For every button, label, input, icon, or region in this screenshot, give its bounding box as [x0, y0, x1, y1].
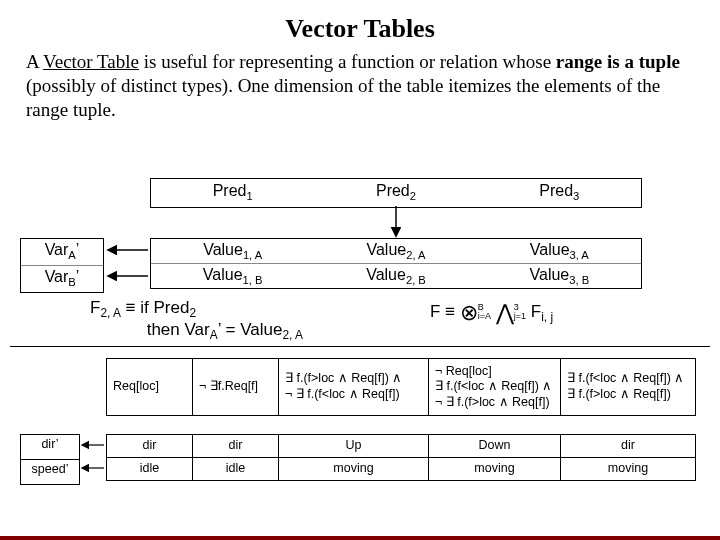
ex-val-row-2: idle idle moving moving moving — [107, 457, 695, 480]
ex-val-r1c1: dir — [107, 435, 193, 457]
ex-pred-2-l1: ¬ ∃f.Req[f] — [199, 379, 272, 395]
body-t3: is useful for representing a function or… — [139, 51, 556, 72]
formula-left: F2, A ≡ if Pred2 then VarA’ = Value2, A — [90, 298, 303, 343]
var-col: VarA’ VarB’ — [20, 238, 104, 293]
ex-val-r1c4: Down — [429, 435, 561, 457]
val-1b-s: 1, B — [243, 274, 263, 286]
ex-pred-5: ∃ f.(f<loc ∧ Req[f]) ∧∃ f.(f>loc ∧ Req[f… — [561, 359, 695, 415]
val-3a-t: Value — [530, 241, 570, 258]
val-1b: Value1, B — [151, 264, 314, 288]
pred1-text: Pred — [213, 182, 247, 199]
ex-val-r2c5: moving — [561, 458, 695, 480]
var-b-sub: B — [68, 276, 75, 288]
body-t4: range is a tuple — [556, 51, 680, 72]
pred1-sub: 1 — [246, 190, 252, 202]
ex-pred-1-l1: Req[loc] — [113, 379, 186, 395]
fr-lo2: j=1 — [514, 312, 526, 321]
body-t5: (possibly of distinct types). One dimens… — [26, 75, 660, 120]
ex-pred-4: ¬ Req[loc]∃ f.(f<loc ∧ Req[f]) ∧¬ ∃ f.(f… — [429, 359, 561, 415]
pred-row: Pred1 Pred2 Pred3 — [150, 178, 642, 208]
body-text: A Vector Table is useful for representin… — [0, 44, 720, 121]
var-a-sub: A — [68, 249, 75, 261]
fl-cp: ’ = Value — [218, 320, 283, 339]
val-2b-t: Value — [366, 266, 406, 283]
arrow-left-icon — [104, 238, 150, 292]
val-2b: Value2, B — [314, 264, 477, 288]
arrow-down-icon — [390, 206, 402, 240]
ex-pred-5-l2: ∃ f.(f>loc ∧ Req[f]) — [567, 387, 689, 403]
example-val-block: dir dir Up Down dir idle idle moving mov… — [106, 434, 696, 481]
value-row-a: Value1, A Value2, A Value3, A — [151, 239, 641, 263]
val-1a-t: Value — [203, 241, 243, 258]
val-2a-t: Value — [366, 241, 406, 258]
pred3-text: Pred — [539, 182, 573, 199]
body-t2: Vector Table — [43, 51, 139, 72]
var-b: VarB’ — [21, 265, 103, 292]
bigwedge-icon: ⋀ — [496, 300, 514, 325]
pred3: Pred3 — [478, 179, 641, 207]
example-var-col: dir’ speed’ — [20, 434, 80, 485]
fr-t: F — [531, 302, 541, 321]
val-3b-t: Value — [530, 266, 570, 283]
val-2a-s: 2, A — [406, 249, 425, 261]
val-2a: Value2, A — [314, 239, 477, 263]
val-1a-s: 1, A — [243, 249, 262, 261]
slide: Vector Tables A Vector Table is useful f… — [0, 0, 720, 540]
pred2: Pred2 — [314, 179, 477, 207]
example-pred-row: Req[loc] ¬ ∃f.Req[f] ∃ f.(f>loc ∧ Req[f]… — [106, 358, 696, 416]
ex-pred-2: ¬ ∃f.Req[f] — [193, 359, 279, 415]
ex-pred-5-l1: ∃ f.(f<loc ∧ Req[f]) ∧ — [567, 371, 689, 387]
fl-bsub: 2 — [189, 306, 196, 320]
pred3-sub: 3 — [573, 190, 579, 202]
ex-val-r2c2: idle — [193, 458, 279, 480]
ex-val-row-1: dir dir Up Down dir — [107, 435, 695, 457]
val-3a-s: 3, A — [570, 249, 589, 261]
val-3b: Value3, B — [478, 264, 641, 288]
fr-tsub: i, j — [541, 310, 553, 324]
fl-asub: 2, A — [100, 306, 121, 320]
ex-val-r1c3: Up — [279, 435, 429, 457]
formula-right: F ≡ ⊗Bi=A ⋀3j=1 Fi, j — [430, 300, 553, 326]
fr-lim2: 3j=1 — [514, 303, 526, 321]
ex-pred-4-l3: ¬ ∃ f.(f>loc ∧ Req[f]) — [435, 395, 554, 411]
ex-pred-3: ∃ f.(f>loc ∧ Req[f]) ∧¬ ∃ f.(f<loc ∧ Req… — [279, 359, 429, 415]
fl-csub2: 2, A — [282, 329, 303, 343]
ex-pred-3-l1: ∃ f.(f>loc ∧ Req[f]) ∧ — [285, 371, 422, 387]
pred2-sub: 2 — [410, 190, 416, 202]
fr-lim1: Bi=A — [478, 303, 491, 321]
var-a-prime: ’ — [76, 241, 80, 258]
slide-title: Vector Tables — [0, 0, 720, 44]
ex-pred-4-l2: ∃ f.(f<loc ∧ Req[f]) ∧ — [435, 379, 554, 395]
ex-var-2: speed’ — [21, 459, 79, 484]
ex-var-1: dir’ — [21, 435, 79, 459]
var-b-prime: ’ — [76, 268, 80, 285]
ex-val-r2c3: moving — [279, 458, 429, 480]
divider — [10, 346, 710, 347]
ex-val-r2c1: idle — [107, 458, 193, 480]
val-1a: Value1, A — [151, 239, 314, 263]
var-a-text: Var — [45, 241, 69, 258]
bottom-border — [0, 536, 720, 540]
var-a: VarA’ — [21, 239, 103, 265]
ex-pred-4-l1: ¬ Req[loc] — [435, 364, 554, 380]
val-1b-t: Value — [203, 266, 243, 283]
fl-b: ≡ if Pred — [121, 298, 190, 317]
ex-pred-3-l2: ¬ ∃ f.(f<loc ∧ Req[f]) — [285, 387, 422, 403]
value-block: Value1, A Value2, A Value3, A Value1, B … — [150, 238, 642, 289]
fl-a: F — [90, 298, 100, 317]
fr-lo1: i=A — [478, 312, 491, 321]
ex-val-r1c5: dir — [561, 435, 695, 457]
ex-val-r2c4: moving — [429, 458, 561, 480]
val-2b-s: 2, B — [406, 274, 426, 286]
arrow-left-lower-icon — [80, 434, 106, 482]
fl-c: then Var — [147, 320, 210, 339]
ex-pred-1: Req[loc] — [107, 359, 193, 415]
body-t1: A — [26, 51, 43, 72]
val-3a: Value3, A — [478, 239, 641, 263]
value-row-b: Value1, B Value2, B Value3, B — [151, 263, 641, 288]
fr-a: F ≡ — [430, 302, 460, 321]
fl-csub: A — [210, 329, 218, 343]
pred2-text: Pred — [376, 182, 410, 199]
val-3b-s: 3, B — [569, 274, 589, 286]
var-b-text: Var — [45, 268, 69, 285]
